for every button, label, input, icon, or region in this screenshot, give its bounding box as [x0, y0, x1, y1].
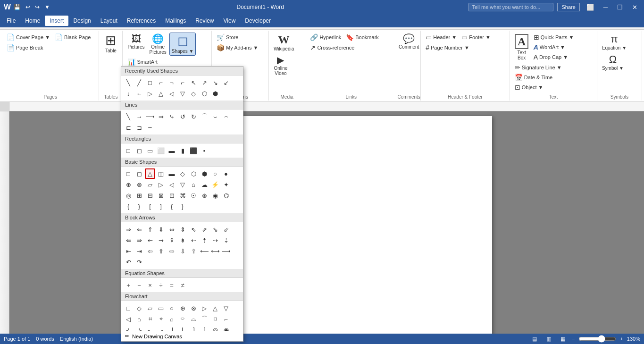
shape-item[interactable]: ◁ — [167, 88, 177, 99]
shape-item[interactable]: ⌌ — [156, 325, 166, 331]
shape-item[interactable]: ¬ — [167, 77, 177, 88]
shape-item[interactable]: ⇡ — [199, 235, 209, 245]
menu-layout[interactable]: Layout — [96, 16, 122, 26]
ribbon-display-button[interactable]: ⬜ — [584, 3, 597, 12]
shape-item[interactable]: ⇧ — [156, 246, 166, 256]
shape-item[interactable]: [ — [145, 201, 155, 211]
shape-item[interactable]: ⇒ — [156, 111, 166, 122]
shape-item[interactable]: ← — [134, 88, 144, 99]
shape-item[interactable]: ⇗ — [199, 224, 209, 235]
shape-item[interactable]: ◇ — [177, 168, 188, 179]
shape-item[interactable]: ⇥ — [134, 246, 144, 256]
shape-item[interactable]: ⌐ — [221, 314, 231, 324]
shape-item[interactable]: ⇟ — [177, 235, 188, 245]
new-drawing-canvas-button[interactable]: ✏ New Drawing Canvas — [121, 331, 243, 341]
shape-item[interactable]: ⤷ — [167, 111, 177, 122]
save-button[interactable]: 💾 — [12, 3, 23, 11]
restore-button[interactable]: ❐ — [614, 3, 626, 12]
blank-page-button[interactable]: 📄 Blank Page — [53, 33, 92, 42]
pictures-button[interactable]: 🖼 Pictures — [125, 33, 146, 51]
shape-item[interactable]: ⌓ — [188, 314, 199, 324]
shape-item[interactable]: ⇙ — [221, 224, 231, 235]
online-pictures-button[interactable]: 🌐 OnlinePictures — [148, 33, 168, 56]
redo-button[interactable]: ↪ — [33, 3, 42, 11]
shape-item[interactable]: ⊐ — [134, 122, 144, 133]
online-video-button[interactable]: ▶ OnlineVideo — [272, 54, 290, 77]
table-button[interactable]: ⊞ Table — [102, 33, 120, 55]
shape-item[interactable]: ☁ — [199, 179, 209, 190]
shape-item[interactable]: ⟶ — [145, 111, 155, 122]
shape-item-triangle-highlighted[interactable]: △ — [145, 168, 155, 179]
shape-item[interactable]: ◉ — [210, 190, 220, 201]
shape-item[interactable]: ⟷ — [210, 246, 220, 256]
shape-item[interactable]: ⊟ — [145, 190, 155, 201]
shape-item[interactable]: ⇛ — [134, 235, 144, 245]
shapes-scroll-area[interactable]: Recently Used Shapes ╲ ╱ □ ⌐ ¬ ⌐ ↖ ↗ ↘ ↙… — [121, 67, 243, 331]
shape-item[interactable]: ⌢ — [221, 111, 231, 122]
shape-item[interactable]: ⬢ — [210, 88, 220, 99]
shape-item[interactable]: ⇑ — [145, 224, 155, 235]
shape-item[interactable]: ⌐ — [177, 77, 188, 88]
shape-item[interactable]: ⇝ — [156, 235, 166, 245]
shape-item[interactable]: ] — [156, 201, 166, 211]
shape-item[interactable]: ⌕ — [167, 314, 177, 324]
shape-item[interactable]: ▪ — [199, 145, 209, 156]
date-time-button[interactable]: 📅 Date & Time — [513, 73, 564, 82]
equation-button[interactable]: π Equation ▼ — [600, 33, 628, 52]
shape-item[interactable]: ▬ — [167, 145, 177, 156]
shape-item[interactable]: ▱ — [145, 179, 155, 190]
shape-item[interactable]: ⊏ — [123, 122, 134, 133]
shape-item[interactable]: ▭ — [156, 303, 166, 313]
page-break-button[interactable]: 📄 Page Break — [5, 43, 45, 52]
shape-item[interactable]: ◎ — [123, 190, 134, 201]
menu-developer[interactable]: Developer — [240, 16, 276, 26]
object-button[interactable]: ⊡ Object ▼ — [513, 83, 564, 92]
shape-item[interactable]: ↶ — [123, 257, 134, 267]
shape-item[interactable]: ⌘ — [177, 190, 188, 201]
shape-item[interactable]: ⇦ — [145, 246, 155, 256]
shape-item[interactable]: ╲ — [123, 77, 134, 88]
shape-item[interactable]: ⇣ — [221, 235, 231, 245]
shape-item[interactable]: △ — [156, 88, 166, 99]
shape-item[interactable]: ⇘ — [210, 224, 220, 235]
share-button[interactable]: Share — [557, 3, 579, 11]
menu-insert[interactable]: Insert — [45, 16, 68, 26]
bookmark-button[interactable]: 🔖 Bookmark — [344, 33, 381, 42]
shape-item[interactable]: ▽ — [177, 88, 188, 99]
shape-item[interactable]: ↖ — [188, 77, 199, 88]
shape-item[interactable]: ○ — [167, 303, 177, 313]
symbol-button[interactable]: Ω Symbol ▼ — [600, 53, 626, 72]
shape-item[interactable]: ÷ — [156, 280, 166, 290]
shape-item[interactable]: ⇪ — [188, 246, 199, 256]
shape-item[interactable]: + — [123, 280, 134, 290]
shape-item[interactable]: ◁ — [123, 314, 134, 324]
undo-button[interactable]: ↩ — [24, 3, 32, 11]
shapes-button[interactable]: ◻ Shapes ▼ — [169, 33, 196, 56]
shape-item[interactable]: = — [167, 280, 177, 290]
shape-item[interactable]: ▷ — [156, 179, 166, 190]
shape-item[interactable]: ◇ — [188, 88, 199, 99]
shape-item[interactable]: ↓ — [123, 88, 134, 99]
shape-item[interactable]: ↺ — [177, 111, 188, 122]
shape-item[interactable]: ⌉ — [188, 325, 199, 331]
shape-item[interactable]: ⇜ — [145, 235, 155, 245]
hyperlink-button[interactable]: 🔗 Hyperlink — [308, 33, 343, 42]
my-addins-button[interactable]: 📦 My Add-ins ▼ — [215, 43, 260, 52]
close-button[interactable]: ✕ — [629, 3, 640, 12]
shape-item[interactable]: ⇓ — [156, 224, 166, 235]
shape-item[interactable]: × — [145, 280, 155, 290]
shape-item[interactable]: ⌂ — [188, 179, 199, 190]
shape-item[interactable]: ⌋ — [167, 325, 177, 331]
shape-item[interactable]: ▽ — [177, 179, 188, 190]
menu-design[interactable]: Design — [68, 16, 95, 26]
shape-item[interactable]: ⊠ — [156, 190, 166, 201]
shape-item[interactable]: ○ — [210, 168, 220, 179]
wordart-button[interactable]: A WordArt ▼ — [532, 42, 576, 52]
menu-review[interactable]: Review — [191, 16, 218, 26]
shape-item[interactable]: ⌗ — [145, 314, 155, 324]
shape-item[interactable]: ↙ — [221, 77, 231, 88]
menu-home[interactable]: Home — [20, 16, 45, 26]
shape-item[interactable]: → — [134, 111, 144, 122]
shape-item[interactable]: ◉ — [221, 325, 231, 331]
shape-item[interactable]: ⇖ — [188, 224, 199, 235]
